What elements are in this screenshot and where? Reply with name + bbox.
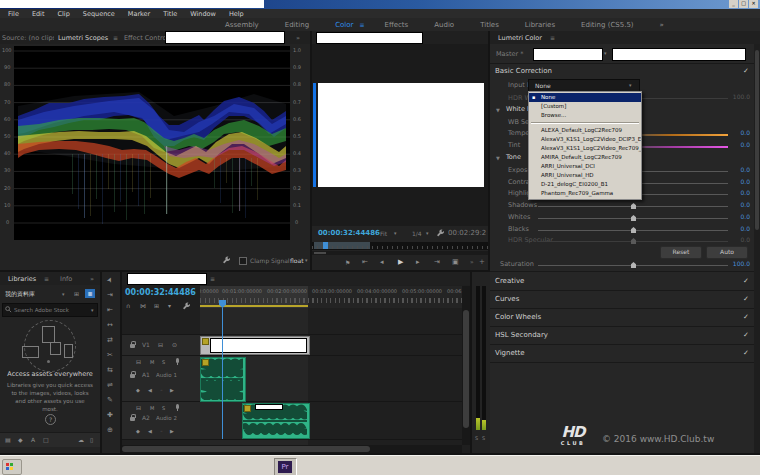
- add-character-style-icon[interactable]: A: [31, 436, 35, 443]
- tool-rate-stretch[interactable]: ⇄: [107, 336, 113, 344]
- white-balance-collapse-icon[interactable]: ▼: [496, 107, 500, 113]
- step-forward-button[interactable]: ▸: [416, 258, 420, 266]
- scrub-playhead[interactable]: [323, 242, 328, 249]
- blacks-handle[interactable]: [631, 227, 636, 233]
- add-layout-icon[interactable]: □: [43, 436, 49, 443]
- menu-title[interactable]: Title: [163, 10, 177, 18]
- whites-handle[interactable]: [631, 215, 636, 221]
- keyframe-next-icon[interactable]: ▶: [170, 428, 174, 434]
- sync-cloud-icon[interactable]: ☁: [78, 436, 84, 443]
- grid-view-icon[interactable]: ⊞: [74, 290, 79, 297]
- menu-edit[interactable]: Edit: [32, 10, 45, 18]
- program-scrollbar-thumb[interactable]: [314, 252, 326, 254]
- play-button[interactable]: ▶: [398, 258, 403, 266]
- track-a1-label[interactable]: A1: [142, 371, 150, 378]
- tool-slide[interactable]: ⇌: [107, 381, 113, 389]
- go-to-out-button[interactable]: ⇥: [434, 258, 440, 266]
- trash-icon[interactable]: ▯: [90, 436, 93, 443]
- solo-button[interactable]: S: [162, 405, 165, 411]
- menu-file[interactable]: File: [8, 10, 19, 18]
- solo-right-button[interactable]: S: [482, 435, 485, 441]
- lumetri-scrollbar-thumb[interactable]: [755, 50, 759, 230]
- lumetri-scrollbar[interactable]: [754, 44, 760, 453]
- menu-help[interactable]: Help: [229, 10, 244, 18]
- timeline-vscrollbar[interactable]: [462, 286, 470, 445]
- workspace-assembly[interactable]: Assembly: [225, 21, 259, 29]
- tab-libraries[interactable]: Libraries: [8, 275, 36, 283]
- reset-button[interactable]: Reset: [660, 246, 702, 259]
- button-editor-add[interactable]: +: [479, 258, 485, 266]
- hsl-secondary-checkbox[interactable]: ✓: [743, 331, 749, 339]
- lut-option[interactable]: AlexaV3_K1S1_LogC2Video_DCIP3_EE: [529, 135, 641, 144]
- library-name-arrow-icon[interactable]: ▾: [62, 291, 65, 297]
- panel-menu-icon[interactable]: ≡: [44, 275, 49, 282]
- list-view-icon[interactable]: ≣: [85, 289, 95, 298]
- tool-razor[interactable]: ✂: [107, 351, 113, 359]
- quality-dropdown-arrow-icon[interactable]: ▾: [426, 230, 429, 236]
- workspace-editing-cs55[interactable]: Editing (CS5.5): [581, 21, 634, 29]
- transport-overflow-icon[interactable]: »: [470, 258, 474, 265]
- format-dropdown[interactable]: float: [290, 257, 303, 264]
- workspace-effects[interactable]: Effects: [384, 21, 408, 29]
- tool-ripple-edit[interactable]: ⇤: [107, 306, 113, 314]
- export-frame-button[interactable]: ▣: [452, 258, 459, 266]
- tool-track-select-forward[interactable]: ⇥: [107, 291, 113, 299]
- timeline-timecode[interactable]: 00:00:32:44486: [125, 288, 196, 297]
- tool-zoom[interactable]: ⊕: [107, 426, 113, 434]
- auto-button[interactable]: Auto: [706, 246, 748, 259]
- step-back-button[interactable]: ◂: [380, 258, 384, 266]
- tab-info[interactable]: Info: [60, 275, 72, 283]
- program-settings-wrench-icon[interactable]: [436, 229, 445, 238]
- clamp-signal-checkbox[interactable]: [239, 257, 247, 265]
- go-to-in-button[interactable]: ⇤: [362, 258, 368, 266]
- timeline-hscrollbar-thumb[interactable]: [122, 446, 370, 452]
- lut-option-none[interactable]: ▪None: [529, 93, 641, 102]
- sync-lock-icon[interactable]: ⊟: [158, 341, 163, 348]
- audio-clip-1[interactable]: [200, 357, 246, 402]
- track-v1-label[interactable]: V1: [142, 341, 150, 348]
- track-a2-label[interactable]: A2: [142, 414, 150, 421]
- curves-checkbox[interactable]: ✓: [743, 295, 749, 303]
- add-marker-button[interactable]: ⚑: [345, 259, 350, 266]
- tool-slip[interactable]: ⇆: [107, 366, 113, 374]
- lut-option[interactable]: ALEXA_Default_LogC2Rec709: [529, 126, 641, 135]
- panel-menu-icon[interactable]: ≡: [210, 275, 215, 282]
- keyframe-dot-icon[interactable]: ◦: [160, 387, 163, 393]
- search-arrow-icon[interactable]: ▾: [91, 307, 94, 313]
- keyframe-prev-icon[interactable]: ◀: [148, 428, 152, 434]
- master-arrow-icon[interactable]: ▾: [604, 50, 607, 56]
- maximize-button[interactable]: □: [739, 0, 748, 8]
- section-hsl-secondary[interactable]: HSL Secondary ✓: [490, 326, 760, 345]
- tab-lumetri-scopes[interactable]: Lumetri Scopes: [58, 34, 108, 42]
- section-creative[interactable]: Creative ✓: [490, 272, 760, 291]
- timeline-vscrollbar-thumb[interactable]: [463, 310, 469, 428]
- section-curves[interactable]: Curves ✓: [490, 290, 760, 309]
- mute-button[interactable]: M: [150, 405, 154, 411]
- section-vignette[interactable]: Vignette ✓: [490, 344, 760, 363]
- vignette-checkbox[interactable]: ✓: [743, 349, 749, 357]
- basic-correction-checkbox[interactable]: ✓: [743, 67, 749, 75]
- shadows-handle[interactable]: [631, 203, 636, 209]
- creative-checkbox[interactable]: ✓: [743, 277, 749, 285]
- lut-option[interactable]: Phantom_Rec709_Gamma: [529, 189, 641, 198]
- tab-source[interactable]: Source: (no clips): [2, 34, 54, 42]
- video-clip[interactable]: [200, 336, 310, 355]
- keyframe-prev-icon[interactable]: ◀: [148, 387, 152, 393]
- format-dropdown-arrow-icon[interactable]: ▾: [305, 257, 308, 263]
- source-patch-icon[interactable]: ⊟: [136, 404, 141, 411]
- tool-rolling-edit[interactable]: ↔: [107, 321, 113, 329]
- source-patch-icon[interactable]: ⊟: [136, 358, 141, 365]
- lut-option[interactable]: AlexaV3_K1S1_LogC2Video_Rec709_EE: [529, 144, 641, 153]
- menu-sequence[interactable]: Sequence: [83, 10, 115, 18]
- saturation-handle[interactable]: [631, 262, 636, 268]
- work-area-bar[interactable]: [200, 305, 308, 307]
- lut-option[interactable]: D-21_delogC_EI0200_B1: [529, 180, 641, 189]
- lut-option[interactable]: ARRI_Universal_DCI: [529, 162, 641, 171]
- audio-clip-2[interactable]: [242, 403, 310, 439]
- workspace-titles[interactable]: Titles: [480, 21, 499, 29]
- taskbar-premiere-button[interactable]: Pr: [274, 458, 297, 475]
- program-timecode[interactable]: 00:00:32:44486: [318, 229, 380, 237]
- voiceover-record-icon[interactable]: [176, 404, 179, 409]
- quality-dropdown[interactable]: 1/4: [412, 230, 422, 237]
- lut-option[interactable]: ARRI_Universal_HD: [529, 171, 641, 180]
